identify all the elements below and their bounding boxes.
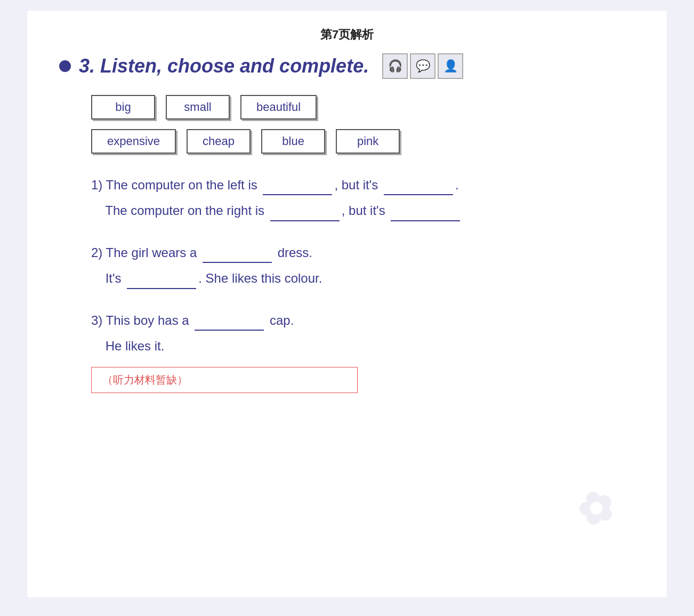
blank-1-4[interactable] bbox=[391, 220, 460, 221]
exercise-header: 3. Listen, choose and complete. 🎧 💬 👤 bbox=[59, 53, 635, 79]
icon-speak: 💬 bbox=[410, 53, 435, 79]
exercise-instruction: Listen, choose and complete. bbox=[100, 55, 369, 77]
question-3: 3) This boy has a cap. He likes it. （听力材… bbox=[91, 310, 635, 394]
icon-person: 👤 bbox=[438, 53, 463, 79]
blank-3-1[interactable] bbox=[195, 330, 264, 331]
bullet-dot bbox=[59, 60, 71, 72]
main-page: 第7页解析 3. Listen, choose and complete. 🎧 … bbox=[27, 11, 667, 597]
question-3-line-2: He likes it. bbox=[91, 336, 635, 356]
question-1-line-2: The computer on the right is , but it's bbox=[91, 201, 635, 221]
exercise-title: 3. Listen, choose and complete. bbox=[79, 55, 369, 77]
icons-group: 🎧 💬 👤 bbox=[382, 53, 463, 79]
word-pink: pink bbox=[336, 129, 400, 154]
blank-2-1[interactable] bbox=[203, 262, 272, 263]
blank-1-2[interactable] bbox=[384, 194, 453, 195]
note-box: （听力材料暂缺） bbox=[91, 367, 358, 393]
question-2-line-1: 2) The girl wears a dress. bbox=[91, 243, 635, 263]
word-row-1: big small beautiful bbox=[91, 95, 635, 119]
page-title: 第7页解析 bbox=[59, 27, 635, 43]
blank-1-1[interactable] bbox=[263, 194, 332, 195]
question-3-line-1: 3) This boy has a cap. bbox=[91, 310, 635, 331]
exercise-number: 3. bbox=[79, 55, 95, 77]
blank-1-3[interactable] bbox=[270, 220, 340, 221]
word-small: small bbox=[166, 95, 230, 119]
question-1-line-1: 1) The computer on the left is , but it'… bbox=[91, 175, 635, 195]
word-cheap: cheap bbox=[187, 129, 251, 154]
word-big: big bbox=[91, 95, 155, 119]
question-1: 1) The computer on the left is , but it'… bbox=[91, 175, 635, 221]
note-text: （听力材料暂缺） bbox=[102, 374, 188, 386]
questions-section: 1) The computer on the left is , but it'… bbox=[59, 175, 635, 393]
question-2-line-2: It's . She likes this colour. bbox=[91, 268, 635, 289]
word-row-2: expensive cheap blue pink bbox=[91, 129, 635, 154]
word-blue: blue bbox=[261, 129, 325, 154]
icon-listen: 🎧 bbox=[382, 53, 408, 79]
word-choices-section: big small beautiful expensive cheap blue… bbox=[59, 95, 635, 154]
blank-2-2[interactable] bbox=[127, 288, 196, 289]
word-beautiful: beautiful bbox=[240, 95, 317, 119]
question-2: 2) The girl wears a dress. It's . She li… bbox=[91, 243, 635, 289]
word-expensive: expensive bbox=[91, 129, 176, 154]
watermark: ✿ bbox=[570, 479, 621, 538]
